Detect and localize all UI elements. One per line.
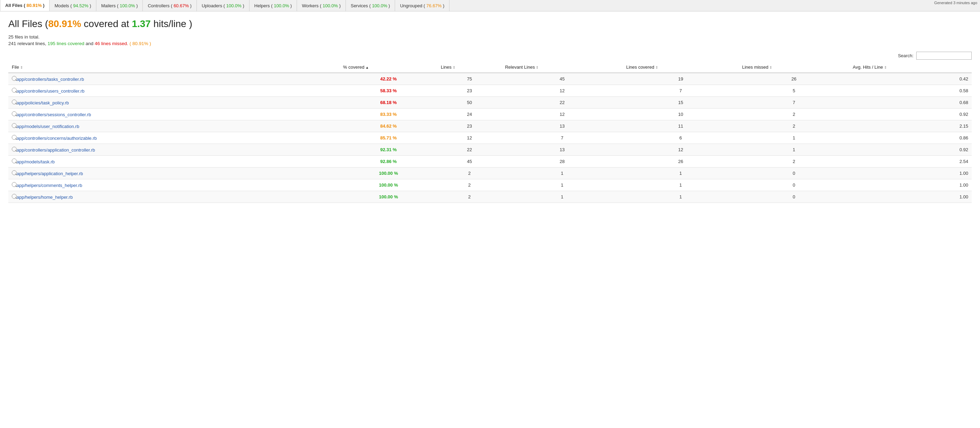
col-label: Lines [441, 64, 452, 70]
tab-ungrouped[interactable]: Ungrouped ( 76.67% ) [395, 0, 449, 11]
sort-icon-lines: ⇕ [453, 65, 455, 69]
pct-covered-cell: 83.33 % [340, 109, 438, 120]
relevant-lines-cell: 7 [501, 132, 623, 144]
files-total-line: 25 files in total. [8, 34, 972, 40]
tab-mailers[interactable]: Mailers ( 100.0% ) [96, 0, 143, 11]
file-cell: app/controllers/sessions_controller.rb [8, 109, 340, 120]
relevant-lines-cell: 1 [501, 179, 623, 191]
tab-all-files[interactable]: All Files ( 80.91% ) [0, 0, 49, 11]
lines-missed-cell: 26 [738, 73, 849, 85]
tab-label: Controllers ( 60.67% ) [148, 3, 191, 8]
table-row: app/models/task.rb92.86 %45282622.54 [8, 156, 972, 168]
pct-covered-cell: 92.31 % [340, 144, 438, 156]
lines-cell: 2 [438, 179, 501, 191]
coverage-table: File⇕% covered▲Lines⇕Relevant Lines⇕Line… [8, 62, 972, 203]
col-header-avg-hits[interactable]: Avg. Hits / Line⇕ [850, 62, 972, 73]
table-row: app/models/user_notification.rb84.62 %23… [8, 120, 972, 132]
file-link[interactable]: app/helpers/comments_helper.rb [17, 183, 82, 188]
lines-missed-cell: 1 [738, 144, 849, 156]
file-link[interactable]: app/helpers/application_helper.rb [17, 171, 83, 176]
lines-covered-cell: 7 [623, 85, 738, 97]
tab-controllers[interactable]: Controllers ( 60.67% ) [143, 0, 196, 11]
lines-missed-cell: 0 [738, 168, 849, 179]
file-link[interactable]: app/controllers/application_controller.r… [17, 147, 95, 153]
lines-missed-cell: 5 [738, 85, 849, 97]
col-header-pct-covered[interactable]: % covered▲ [340, 62, 438, 73]
tab-workers[interactable]: Workers ( 100.0% ) [297, 0, 346, 11]
coverage-summary-line: 241 relevant lines, 195 lines covered an… [8, 41, 972, 46]
col-header-relevant-lines[interactable]: Relevant Lines⇕ [501, 62, 623, 73]
file-link[interactable]: app/helpers/home_helper.rb [17, 195, 73, 200]
lines-cell: 45 [438, 156, 501, 168]
col-header-lines[interactable]: Lines⇕ [438, 62, 501, 73]
file-cell: app/helpers/comments_helper.rb [8, 179, 340, 191]
file-cell: app/controllers/concerns/authorizable.rb [8, 132, 340, 144]
relevant-lines-cell: 12 [501, 85, 623, 97]
file-search-icon[interactable] [12, 147, 17, 152]
file-link[interactable]: app/models/user_notification.rb [17, 124, 80, 129]
relevant-lines-cell: 13 [501, 120, 623, 132]
col-header-lines-covered[interactable]: Lines covered⇕ [623, 62, 738, 73]
lines-missed-cell: 2 [738, 156, 849, 168]
file-search-icon[interactable] [12, 99, 17, 104]
tab-uploaders[interactable]: Uploaders ( 100.0% ) [197, 0, 250, 11]
col-label: Lines missed [742, 64, 768, 70]
relevant-lines-text: 241 relevant lines, [8, 41, 46, 46]
tab-helpers[interactable]: Helpers ( 100.0% ) [250, 0, 297, 11]
file-search-icon[interactable] [12, 182, 17, 187]
col-label: File [12, 64, 19, 70]
file-link[interactable]: app/controllers/tasks_controller.rb [17, 77, 84, 82]
avg-hits-cell: 2.15 [850, 120, 972, 132]
file-search-icon[interactable] [12, 170, 17, 175]
relevant-lines-cell: 28 [501, 156, 623, 168]
col-header-file[interactable]: File⇕ [8, 62, 340, 73]
tab-pct: 100.0% [372, 3, 387, 8]
sort-icon-lines-missed: ⇕ [769, 65, 772, 69]
lines-covered-text: 195 lines covered [48, 41, 84, 46]
title-suffix: hits/line ) [151, 18, 192, 29]
file-link[interactable]: app/controllers/sessions_controller.rb [17, 112, 91, 117]
relevant-lines-cell: 45 [501, 73, 623, 85]
avg-hits-cell: 0.92 [850, 144, 972, 156]
file-cell: app/models/task.rb [8, 156, 340, 168]
table-row: app/helpers/home_helper.rb100.00 %21101.… [8, 191, 972, 203]
pct-covered-cell: 92.86 % [340, 156, 438, 168]
file-link[interactable]: app/controllers/concerns/authorizable.rb [17, 136, 97, 141]
file-search-icon[interactable] [12, 88, 17, 93]
table-row: app/helpers/comments_helper.rb100.00 %21… [8, 179, 972, 191]
table-row: app/controllers/application_controller.r… [8, 144, 972, 156]
file-link[interactable]: app/controllers/users_controller.rb [17, 88, 84, 94]
pct-covered-cell: 42.22 % [340, 73, 438, 85]
file-link[interactable]: app/models/task.rb [17, 159, 55, 164]
avg-hits-cell: 1.00 [850, 191, 972, 203]
file-link[interactable]: app/policies/task_policy.rb [17, 100, 69, 105]
lines-cell: 2 [438, 191, 501, 203]
top-nav-bar: All Files ( 80.91% )Models ( 94.52% )Mai… [0, 0, 980, 11]
tab-label: Helpers ( 100.0% ) [255, 3, 292, 8]
pct-covered-cell: 100.00 % [340, 191, 438, 203]
pct-covered-cell: 58.33 % [340, 85, 438, 97]
file-cell: app/controllers/tasks_controller.rb [8, 73, 340, 85]
file-cell: app/policies/task_policy.rb [8, 97, 340, 109]
file-search-icon[interactable] [12, 158, 17, 163]
table-row: app/helpers/application_helper.rb100.00 … [8, 168, 972, 179]
tab-services[interactable]: Services ( 100.0% ) [346, 0, 395, 11]
file-cell: app/models/user_notification.rb [8, 120, 340, 132]
file-search-icon[interactable] [12, 111, 17, 116]
file-search-icon[interactable] [12, 123, 17, 128]
file-search-icon[interactable] [12, 194, 17, 199]
tab-pct: 100.0% [119, 3, 135, 8]
lines-covered-cell: 1 [623, 191, 738, 203]
search-input[interactable] [916, 52, 972, 60]
lines-cell: 2 [438, 168, 501, 179]
search-row: Search: [8, 52, 972, 60]
lines-cell: 23 [438, 120, 501, 132]
col-header-lines-missed[interactable]: Lines missed⇕ [738, 62, 849, 73]
file-search-icon[interactable] [12, 135, 17, 140]
tab-label: Workers ( 100.0% ) [302, 3, 340, 8]
relevant-lines-cell: 12 [501, 109, 623, 120]
file-cell: app/controllers/users_controller.rb [8, 85, 340, 97]
tab-label: Uploaders ( 100.0% ) [202, 3, 244, 8]
file-search-icon[interactable] [12, 76, 17, 81]
tab-models[interactable]: Models ( 94.52% ) [49, 0, 96, 11]
